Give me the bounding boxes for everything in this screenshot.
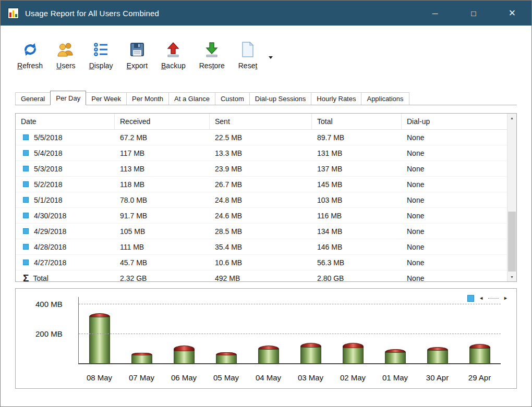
table-row[interactable]: 5/4/2018117 MB13.3 MB131 MBNone [16,145,507,161]
tab-dial-up-sessions[interactable]: Dial-up Sessions [249,92,312,105]
users-button[interactable]: Users [51,39,81,71]
cell-received: 45.7 MB [115,258,210,267]
export-button[interactable]: Export [122,39,153,71]
table-row[interactable]: 5/1/201878.0 MB24.8 MB103 MBNone [16,192,507,208]
restore-button[interactable]: Restore [194,39,230,71]
cell-received: 105 MB [115,227,210,236]
row-bullet-icon [23,150,29,156]
backup-button[interactable]: Backup [156,39,191,71]
cell-dialup: None [402,196,507,204]
cell-date: 5/5/2018 [16,133,115,142]
reset-label: Reset [238,61,258,70]
table-row[interactable]: 4/27/201845.7 MB10.6 MB56.3 MBNone [16,255,507,270]
table-total-row: ΣTotal2.32 GB492 MB2.80 GBNone [16,270,507,281]
chart-bar-group [163,297,205,363]
chart-bar-group [374,297,416,363]
cell-received: 91.7 MB [115,212,210,220]
cell-dialup: None [402,212,507,220]
reset-button[interactable]: Reset [233,39,263,71]
toolbar: Refresh Users [1,26,531,91]
tab-custom[interactable]: Custom [215,92,250,105]
table-row[interactable]: 5/5/201867.2 MB22.5 MB89.7 MBNone [16,130,507,145]
scroll-down-button[interactable]: ▼ [507,273,516,281]
restore-label: Restore [199,61,225,70]
chart-bar-received [343,348,364,363]
cell-total: 89.7 MB [312,133,402,142]
tab-applications[interactable]: Applications [361,92,409,105]
chart-bar-sent [343,343,364,347]
restore-down-arrow-icon [203,40,220,59]
cell-dialup: None [402,243,507,251]
chart-x-label: 03 May [289,373,332,382]
cell-received: 111 MB [115,243,210,251]
scroll-up-button[interactable]: ▲ [507,114,516,122]
chart-gridline [79,304,501,304]
titlebar[interactable]: Usage Report for All Users Combined ─ □ … [1,1,531,26]
chart-scroll-right-button[interactable]: ► [503,296,508,301]
reset-dropdown-button[interactable] [265,56,276,71]
chart-bar-sent [174,346,195,351]
chart-gridline [79,334,501,334]
table-header-row: DateReceivedSentTotalDial-up [16,114,507,130]
app-window: Usage Report for All Users Combined ─ □ … [0,0,532,407]
cell-dialup: None [402,227,507,236]
chart-x-label: 07 May [120,373,163,382]
column-header-dial-up[interactable]: Dial-up [402,114,507,129]
maximize-button[interactable]: □ [454,1,493,26]
cell-dialup: None [402,133,507,142]
tab-at-a-glance[interactable]: At a Glance [168,92,215,105]
tab-strip: GeneralPer DayPer WeekPer MonthAt a Glan… [15,91,517,105]
chart-bar-group [205,297,248,363]
display-button[interactable]: Display [84,39,118,71]
chart-bar-group [458,297,501,363]
refresh-button[interactable]: Refresh [12,39,48,71]
row-bullet-icon [23,244,29,250]
chart-bar-received [300,347,321,363]
vertical-scrollbar[interactable]: ▲ ▼ [507,114,516,281]
scrollbar-track[interactable] [507,122,516,273]
chart-bar-sent [469,344,490,348]
cell-total: 146 MB [312,243,402,251]
chart-bar-received [469,348,490,363]
chart-bar-received [427,350,448,363]
cell-sent: 23.9 MB [210,165,312,173]
tab-general[interactable]: General [15,92,51,105]
display-label: Display [89,61,113,70]
column-header-total[interactable]: Total [312,114,402,129]
close-button[interactable]: × [493,1,531,26]
column-header-received[interactable]: Received [115,114,210,129]
scrollbar-thumb[interactable] [508,212,516,272]
cell-date: 4/28/2018 [16,243,115,251]
chart-bars [79,297,501,363]
chart-scroll-thumb[interactable] [467,295,474,302]
cell-sent: 24.6 MB [210,212,312,220]
backup-up-arrow-icon [165,40,182,59]
export-floppy-icon [129,40,146,59]
column-header-date[interactable]: Date [16,114,115,129]
column-header-sent[interactable]: Sent [210,114,312,129]
backup-label: Backup [161,61,186,70]
chart-scroll-track[interactable] [488,298,499,299]
chart-scroll-left-button[interactable]: ◄ [479,296,483,301]
tab-per-day[interactable]: Per Day [50,91,86,105]
sigma-icon: Σ [23,273,29,281]
table-row[interactable]: 4/28/2018111 MB35.4 MB146 MBNone [16,239,507,255]
table-row[interactable]: 5/2/2018118 MB26.7 MB145 MBNone [16,177,507,192]
row-bullet-icon [23,213,29,218]
cell-sent: 22.5 MB [210,133,312,142]
tab-per-month[interactable]: Per Month [126,92,169,105]
table-row[interactable]: 5/3/2018113 MB23.9 MB137 MBNone [16,161,507,177]
cell-sent: 26.7 MB [210,180,312,189]
row-bullet-icon [23,197,29,203]
tab-hourly-rates[interactable]: Hourly Rates [311,92,361,105]
minimize-button[interactable]: ─ [416,1,454,26]
cell-dialup: None [402,258,507,267]
refresh-icon [22,40,39,59]
row-bullet-icon [23,181,29,187]
refresh-label: Refresh [17,61,43,70]
cell-received: 67.2 MB [115,133,210,142]
table-row[interactable]: 4/30/201891.7 MB24.6 MB116 MBNone [16,208,507,224]
row-bullet-icon [23,228,29,234]
tab-per-week[interactable]: Per Week [86,92,127,105]
table-row[interactable]: 4/29/2018105 MB28.5 MB134 MBNone [16,224,507,239]
